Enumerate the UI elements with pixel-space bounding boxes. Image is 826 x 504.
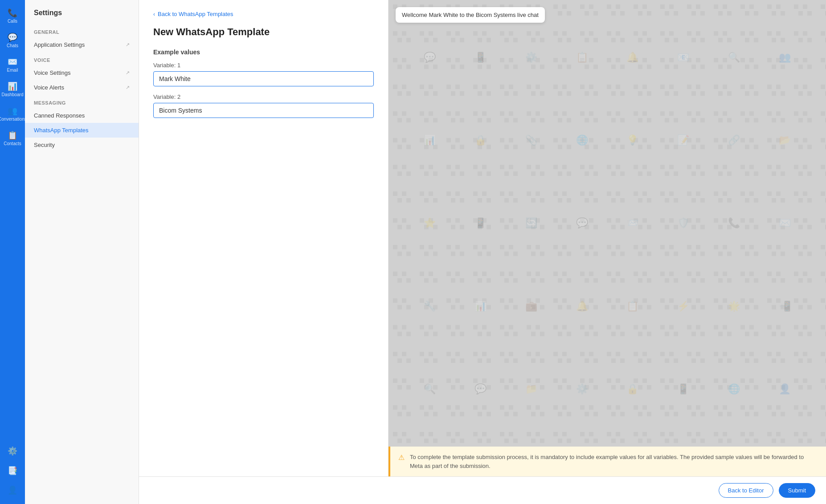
sidebar-item-voice-settings[interactable]: Voice Settings ↗ — [25, 65, 139, 80]
nav-bar: 📞 Calls 💬 Chats ✉️ Email 📊 Dashboard 👥 C… — [0, 0, 25, 504]
nav-item-email[interactable]: ✉️ Email — [0, 53, 25, 77]
user-avatar-icon: 👤 — [8, 485, 17, 495]
sidebar-section-messaging: Messaging — [25, 95, 139, 108]
contacts-icon: 📋 — [8, 130, 17, 140]
preview-background: 💬📱⚙️📋🔔📧🔍👥 📊🔒📎🌐💡📝🔗📂 ⭐📱🔄💬📨🛡️📞✉️ 🔧📊💼🔔📋⚡🌟📲 🔍… — [388, 0, 826, 447]
preview-icons-pattern: 💬📱⚙️📋🔔📧🔍👥 📊🔒📎🌐💡📝🔗📂 ⭐📱🔄💬📨🛡️📞✉️ 🔧📊💼🔔📋⚡🌟📲 🔍… — [388, 0, 826, 447]
external-link-icon-voice: ↗ — [126, 70, 130, 76]
sidebar-section-voice: Voice — [25, 52, 139, 65]
chats-icon: 💬 — [8, 33, 17, 42]
chat-bubble: Wellcome Mark White to the Bicom Systems… — [396, 7, 545, 23]
sidebar-title: Settings — [25, 7, 139, 24]
sidebar-section-general: General — [25, 24, 139, 37]
queue-icon: 📑 — [8, 466, 17, 476]
external-link-icon-voice-alerts: ↗ — [126, 85, 130, 90]
calls-icon: 📞 — [8, 8, 17, 18]
nav-item-contacts[interactable]: 📋 Contacts — [0, 126, 25, 150]
sidebar: Settings General Application Settings ↗ … — [25, 0, 139, 504]
variable-1-input[interactable] — [153, 71, 374, 86]
sidebar-item-label-security: Security — [34, 142, 55, 148]
chevron-left-icon: ‹ — [153, 11, 155, 17]
nav-item-user-avatar[interactable]: 👤 — [0, 481, 25, 500]
nav-item-calls[interactable]: 📞 Calls — [0, 4, 25, 28]
warning-triangle-icon: ⚠ — [398, 453, 405, 462]
submit-button[interactable]: Submit — [779, 483, 815, 498]
example-values-section-title: Example values — [153, 49, 374, 56]
sidebar-item-application-settings[interactable]: Application Settings ↗ — [25, 37, 139, 52]
variable-2-group: Variable: 2 — [153, 93, 374, 118]
sidebar-item-label-whatsapp-templates: WhatsApp Templates — [34, 127, 89, 134]
chat-bubble-container: Wellcome Mark White to the Bicom Systems… — [396, 7, 545, 23]
nav-item-queue[interactable]: 📑 — [0, 461, 25, 481]
nav-item-conversations[interactable]: 👥 Conversations — [0, 102, 25, 126]
email-icon: ✉️ — [8, 57, 17, 67]
preview-panel: 💬📱⚙️📋🔔📧🔍👥 📊🔒📎🌐💡📝🔗📂 ⭐📱🔄💬📨🛡️📞✉️ 🔧📊💼🔔📋⚡🌟📲 🔍… — [388, 0, 826, 476]
nav-label-chats: Chats — [7, 43, 18, 48]
main-content: ‹ Back to WhatsApp Templates New WhatsAp… — [139, 0, 826, 504]
nav-label-dashboard: Dashboard — [2, 92, 24, 97]
page-title: New WhatsApp Template — [153, 26, 374, 38]
sidebar-item-voice-alerts[interactable]: Voice Alerts ↗ — [25, 80, 139, 95]
conversations-icon: 👥 — [8, 106, 17, 116]
content-area: ‹ Back to WhatsApp Templates New WhatsAp… — [139, 0, 826, 476]
warning-text: To complete the template submission proc… — [410, 453, 818, 470]
chat-bubble-text: Wellcome Mark White to the Bicom Systems… — [402, 12, 539, 18]
back-to-editor-button[interactable]: Back to Editor — [719, 483, 773, 498]
nav-item-chats[interactable]: 💬 Chats — [0, 28, 25, 53]
nav-label-calls: Calls — [8, 19, 17, 24]
nav-label-email: Email — [7, 68, 18, 73]
variable-1-group: Variable: 1 — [153, 62, 374, 86]
dashboard-icon: 📊 — [8, 81, 17, 91]
nav-item-settings-gear[interactable]: ⚙️ — [0, 442, 25, 461]
settings-gear-icon: ⚙️ — [8, 446, 17, 456]
nav-item-dashboard[interactable]: 📊 Dashboard — [0, 77, 25, 102]
back-to-whatsapp-templates-link[interactable]: ‹ Back to WhatsApp Templates — [153, 11, 374, 17]
variable-2-label: Variable: 2 — [153, 93, 374, 100]
nav-label-contacts: Contacts — [4, 141, 21, 146]
back-link-text: Back to WhatsApp Templates — [158, 11, 233, 17]
sidebar-item-whatsapp-templates[interactable]: WhatsApp Templates — [25, 123, 139, 138]
sidebar-item-label-application-settings: Application Settings — [34, 41, 85, 48]
sidebar-item-security[interactable]: Security — [25, 138, 139, 152]
sidebar-item-label-canned-responses: Canned Responses — [34, 112, 85, 119]
variable-1-label: Variable: 1 — [153, 62, 374, 69]
warning-banner: ⚠ To complete the template submission pr… — [388, 447, 826, 476]
sidebar-item-label-voice-alerts: Voice Alerts — [34, 84, 64, 91]
footer-bar: Back to Editor Submit — [139, 476, 826, 504]
external-link-icon: ↗ — [126, 42, 130, 48]
form-panel: ‹ Back to WhatsApp Templates New WhatsAp… — [139, 0, 388, 476]
sidebar-item-canned-responses[interactable]: Canned Responses — [25, 108, 139, 123]
nav-label-conversations: Conversations — [0, 117, 27, 122]
sidebar-item-label-voice-settings: Voice Settings — [34, 69, 70, 76]
variable-2-input[interactable] — [153, 103, 374, 118]
